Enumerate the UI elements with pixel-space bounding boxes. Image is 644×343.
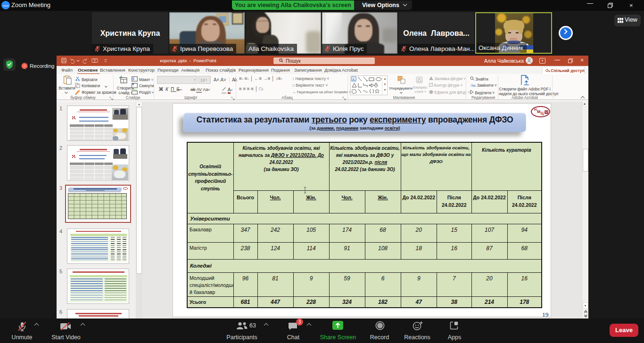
svg-text:A: A bbox=[353, 78, 355, 81]
